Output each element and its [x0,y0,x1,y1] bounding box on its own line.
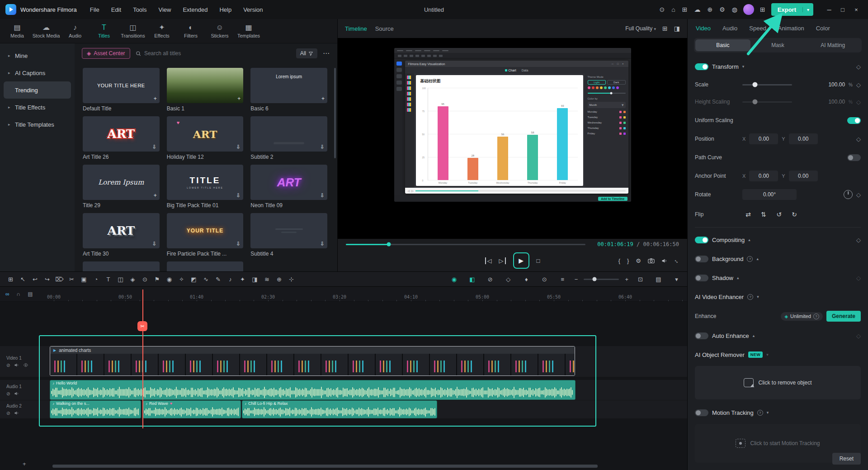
fit-timeline-icon[interactable]: ⊡ [634,276,646,283]
keyframe-icon[interactable]: ◈ [127,276,139,283]
rotate-cw-icon[interactable]: ↻ [788,211,800,218]
transform-toggle[interactable] [695,63,708,70]
adjustment-icon[interactable]: ≋ [261,276,273,283]
sidebar-item-title-effects[interactable]: ▸ Title Effects [4,99,71,116]
export-button[interactable]: Export ▾ [771,3,813,16]
voiceover-icon[interactable]: ⊙ [538,276,551,283]
title-card[interactable]: YOUR TITLE HERE + Default Title [83,68,160,112]
auto-enhance-toggle[interactable] [695,332,708,339]
anchor-x-input[interactable]: 0.00 [749,171,778,181]
compositing-keyframe-icon[interactable]: ◇ [856,237,861,243]
play-button[interactable]: ▶ [513,252,529,269]
properties-subtab-mask[interactable]: Mask [750,39,806,51]
title-card[interactable] [167,261,244,271]
edit-icon[interactable]: ✎ [212,276,224,283]
track-options-caret[interactable]: ▾ [670,276,683,283]
notifications-icon[interactable]: ◍ [732,6,737,13]
rotate-keyframe-icon[interactable]: ◇ [856,191,861,198]
position-keyframe-icon[interactable]: ◇ [856,136,861,142]
split-icon[interactable]: ✂ [66,276,78,283]
reset-button[interactable]: Reset [832,453,861,465]
title-card[interactable]: ART ♥ ⇩ Holiday Title 12 [167,116,244,160]
preview-viewport[interactable]: Filmora Easy Visualization ─ □ × Chart D… [338,38,687,239]
timeline-ruler[interactable]: ∞∩▤ 00:0000:5001:4002:3003:2004:1005:000… [0,287,687,302]
render-preview-icon[interactable]: ◇ [502,276,514,283]
playhead-scissors-icon[interactable]: ✂ [137,321,147,331]
auto-enhance-collapse-icon[interactable]: ▴ [753,333,755,338]
sidebar-item-trending[interactable]: Trending [4,81,71,99]
freeze-frame-icon[interactable]: ✧ [175,276,188,283]
mark-in-icon[interactable]: { [618,257,620,264]
minimize-button[interactable]: ─ [823,6,835,13]
select-tool-icon[interactable]: ↖ [17,276,29,283]
add-track-button[interactable]: + [23,461,26,467]
titles-scrollbar[interactable] [334,68,336,158]
generate-button[interactable]: Generate [826,311,861,322]
ai-enhancer-info-icon[interactable]: ? [747,294,753,300]
marker-icon[interactable]: ⚑ [151,276,163,283]
card-action-icon[interactable]: ⇩ [320,241,325,247]
crop-icon[interactable]: ▣ [78,276,90,283]
scale-slider[interactable] [742,84,792,85]
screen-record-icon[interactable]: ⊙ [660,6,665,13]
background-toggle[interactable] [695,256,708,262]
scale-value[interactable]: 100.00 [796,81,845,88]
properties-subtab-ai-matting[interactable]: AI Matting [805,39,860,51]
filter-all-button[interactable]: All [296,48,317,58]
maximize-button[interactable]: □ [836,6,849,13]
layout-grid-icon[interactable]: ⊞ [760,6,765,13]
audio-clip[interactable]: ♪Walking on the s... [50,400,141,418]
magnetic-timeline-icon[interactable]: ◧ [466,276,478,283]
menu-item[interactable]: Tools [127,4,152,16]
audio-tool-icon[interactable]: ♪ [224,276,236,283]
pip-icon[interactable]: ◫ [114,276,127,283]
auto-ripple-icon[interactable]: ◉ [448,276,460,283]
background-collapse-icon[interactable]: ▴ [756,256,759,261]
menu-item[interactable]: File [84,4,105,16]
media-tab-media[interactable]: ▤ Media [3,24,32,38]
snapshot-camera-icon[interactable] [648,258,655,264]
progress-knob[interactable] [387,242,391,247]
audio-clip[interactable]: ♪Red Wave♥ [143,400,241,418]
speed-icon[interactable]: ◔ [90,276,102,283]
lock-track-icon[interactable]: ⊘ [6,391,10,396]
rotate-input[interactable]: 0.00° [742,189,797,200]
title-card[interactable]: ART ⇩ Neon Title 09 [250,165,327,209]
unlimited-info-icon[interactable]: ? [813,313,819,319]
quality-dropdown[interactable]: Full Quality ▾ [625,25,656,32]
title-card[interactable]: ⇩ Subtitle 4 [250,213,327,257]
card-action-icon[interactable]: ⇩ [152,241,157,247]
motion-tracking-collapse-icon[interactable]: ▾ [767,410,769,415]
title-card[interactable]: Lorem Ipsum + Title 29 [83,165,160,209]
menu-item[interactable]: Help [213,4,237,16]
timeline-zoom-slider[interactable] [584,279,619,280]
anchor-y-input[interactable]: 0.00 [789,171,818,181]
stop-button[interactable]: □ [537,257,540,264]
fullscreen-icon[interactable]: ↔ [673,256,682,265]
properties-subtab-basic[interactable]: Basic [695,39,750,51]
redo-icon[interactable]: ↪ [41,276,53,283]
hide-track-icon[interactable] [23,363,28,368]
shadow-keyframe-icon[interactable]: ◇ [856,275,861,281]
pan-tool-icon[interactable]: ⊹ [285,276,297,283]
title-card[interactable]: ⇩ Subtitle 2 [250,116,327,160]
zoom-in-icon[interactable]: + [625,276,628,283]
card-action-icon[interactable]: ⇩ [320,192,325,199]
height-scaling-slider[interactable] [742,101,792,103]
mute-track-icon[interactable] [14,391,19,396]
transform-collapse-icon[interactable]: ▾ [742,64,745,69]
audio-clip[interactable]: ♪Hello World [50,380,576,400]
delete-icon[interactable]: ⌦ [53,276,66,283]
media-tab-templates[interactable]: ▦ Templates [234,24,263,38]
menu-item[interactable]: Edit [105,4,127,16]
title-card[interactable]: ART ⇩ Art Title 30 [83,213,160,257]
compositing-collapse-icon[interactable]: ▴ [748,237,750,242]
snapshot-icon[interactable]: ◉ [163,276,175,283]
sidebar-item-mine[interactable]: ▸ Mine [4,47,71,64]
avatar[interactable] [743,4,754,15]
position-y-input[interactable]: 0.00 [789,133,818,144]
media-tab-effects[interactable]: ✦ Effects [147,24,176,38]
settings-icon[interactable]: ⚙ [719,6,725,13]
menu-item[interactable]: Extended [177,4,213,16]
media-tab-audio[interactable]: ♪ Audio [61,24,90,38]
